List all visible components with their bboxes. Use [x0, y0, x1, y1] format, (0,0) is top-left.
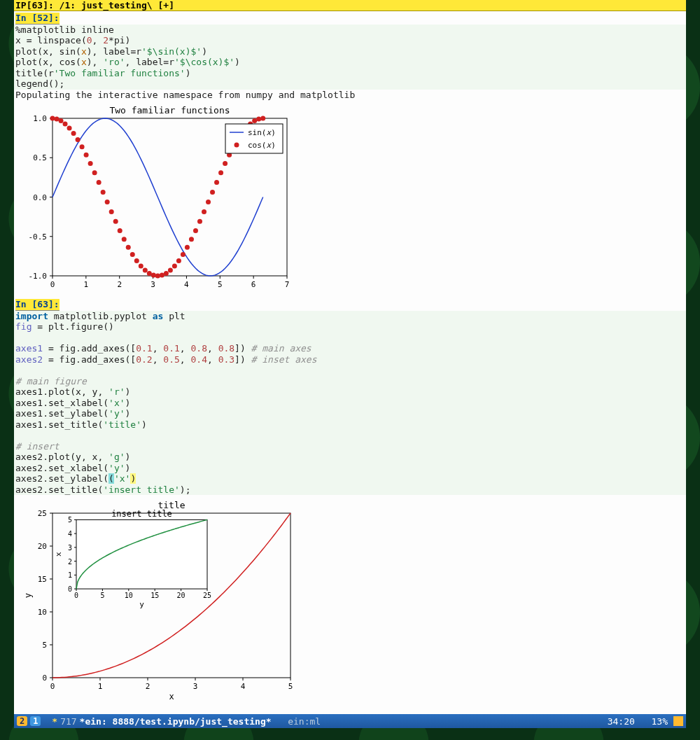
svg-point-63 — [197, 219, 202, 224]
svg-text:y: y — [23, 593, 33, 598]
svg-point-46 — [126, 245, 131, 250]
svg-text:1.0: 1.0 — [33, 114, 47, 123]
svg-text:3: 3 — [68, 544, 72, 552]
svg-point-33 — [71, 131, 76, 136]
svg-point-64 — [202, 209, 206, 214]
svg-text:0: 0 — [42, 673, 47, 683]
svg-point-49 — [139, 264, 144, 269]
svg-point-60 — [185, 245, 190, 250]
workspace-badge[interactable]: 2 — [17, 716, 27, 726]
emacs-frame: IP[63]: /1: just_testing\ [+] In [52]: %… — [14, 0, 686, 728]
sin-cos-chart: Two familiar functions01234567-1.0-0.50.… — [21, 104, 294, 293]
svg-text:1: 1 — [68, 571, 72, 579]
svg-point-45 — [122, 237, 127, 242]
svg-text:4: 4 — [184, 280, 189, 289]
svg-text:4: 4 — [241, 682, 246, 691]
svg-text:6: 6 — [251, 280, 256, 289]
svg-text:0.5: 0.5 — [33, 153, 47, 162]
titlebar-text: IP[63]: /1: just_testing\ [+] — [15, 0, 174, 11]
svg-text:5: 5 — [218, 280, 223, 289]
svg-point-55 — [164, 271, 169, 276]
svg-text:15: 15 — [150, 592, 159, 599]
svg-text:-1.0: -1.0 — [29, 272, 48, 281]
svg-text:x: x — [54, 552, 63, 557]
svg-point-69 — [223, 161, 227, 166]
svg-text:2: 2 — [146, 682, 150, 691]
svg-text:0: 0 — [68, 585, 72, 593]
svg-text:4: 4 — [68, 530, 72, 538]
svg-point-67 — [214, 180, 219, 185]
svg-point-57 — [172, 264, 177, 269]
svg-text:2: 2 — [117, 280, 122, 289]
svg-text:5: 5 — [288, 682, 293, 691]
svg-point-37 — [88, 161, 93, 166]
svg-point-68 — [218, 170, 223, 175]
svg-text:3: 3 — [193, 682, 198, 691]
svg-text:2: 2 — [68, 558, 72, 566]
code-cell-2[interactable]: import matplotlib.pyplot as plt fig = pl… — [14, 311, 686, 496]
svg-point-78 — [260, 116, 265, 121]
svg-point-36 — [84, 153, 89, 158]
svg-point-40 — [101, 190, 106, 195]
svg-point-31 — [63, 121, 68, 126]
svg-text:7: 7 — [285, 280, 290, 289]
svg-text:25: 25 — [38, 509, 47, 518]
cell-prompt[interactable]: In [63]: — [15, 299, 59, 311]
svg-point-58 — [176, 258, 181, 263]
modified-indicator: * — [52, 716, 57, 727]
svg-text:sin(x): sin(x) — [248, 128, 276, 137]
scroll-percent: 13% — [652, 716, 668, 727]
svg-point-82 — [234, 143, 239, 148]
svg-point-30 — [59, 118, 64, 123]
svg-text:0.0: 0.0 — [33, 193, 47, 202]
code-cell-1[interactable]: %matplotlib inline x = linspace(0, 2*pi)… — [14, 25, 686, 90]
svg-text:3: 3 — [150, 280, 155, 289]
svg-text:1: 1 — [98, 682, 103, 691]
svg-point-65 — [206, 200, 211, 204]
cell-2-output-figure: title012345x0510152025yinsert title05101… — [14, 495, 686, 706]
svg-text:25: 25 — [203, 592, 211, 599]
svg-point-52 — [151, 273, 156, 278]
svg-point-35 — [80, 144, 85, 149]
svg-point-42 — [109, 209, 114, 214]
inset-axes-chart: title012345x0510152025yinsert title05101… — [21, 499, 301, 702]
window-titlebar: IP[63]: /1: just_testing\ [+] — [14, 0, 686, 11]
svg-text:5: 5 — [68, 516, 72, 524]
svg-point-39 — [97, 180, 102, 185]
svg-point-50 — [143, 268, 148, 273]
svg-point-38 — [92, 170, 97, 175]
svg-point-54 — [160, 273, 164, 278]
mode-line: 2 1 * 717 *ein: 8888/test.ipynb/just_tes… — [14, 714, 686, 728]
svg-text:15: 15 — [38, 575, 47, 584]
svg-text:10: 10 — [125, 592, 133, 599]
svg-point-32 — [67, 125, 72, 130]
svg-text:5: 5 — [100, 592, 104, 599]
svg-point-44 — [118, 228, 122, 233]
scroll-indicator — [673, 716, 683, 726]
buffer-content[interactable]: In [52]: %matplotlib inline x = linspace… — [14, 11, 686, 714]
svg-point-51 — [147, 271, 152, 276]
svg-point-61 — [189, 237, 194, 242]
svg-point-76 — [252, 118, 257, 123]
svg-text:1: 1 — [84, 280, 89, 289]
svg-point-41 — [105, 200, 110, 204]
svg-point-62 — [193, 228, 198, 233]
svg-point-29 — [55, 116, 59, 121]
svg-point-66 — [210, 190, 215, 195]
svg-text:5: 5 — [42, 641, 47, 650]
svg-text:insert title: insert title — [111, 509, 172, 519]
line-count: 717 — [60, 716, 76, 727]
cell-1-output-figure: Two familiar functions01234567-1.0-0.50.… — [14, 100, 686, 298]
cursor-position: 34:20 — [608, 716, 635, 727]
svg-point-28 — [50, 116, 55, 121]
window-badge[interactable]: 1 — [30, 716, 41, 726]
svg-text:10: 10 — [38, 608, 47, 617]
svg-text:20: 20 — [177, 592, 186, 599]
svg-text:0: 0 — [74, 592, 78, 599]
svg-point-48 — [134, 258, 139, 263]
svg-point-59 — [181, 252, 186, 257]
cell-prompt[interactable]: In [52]: — [15, 13, 59, 25]
svg-rect-112 — [76, 519, 207, 589]
svg-point-34 — [76, 137, 80, 142]
cell-stdout: Populating the interactive namespace fro… — [14, 90, 686, 101]
